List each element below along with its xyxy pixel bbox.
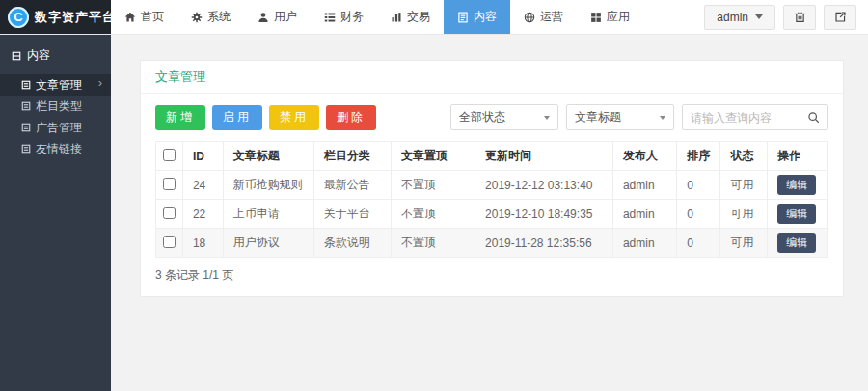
logout-icon xyxy=(834,11,847,23)
cell-sort: 0 xyxy=(677,171,720,200)
col-header-actions: 操作 xyxy=(768,142,828,171)
nav-item-label: 财务 xyxy=(340,9,364,25)
trash-button[interactable] xyxy=(783,5,816,30)
cell-updated: 2019-11-28 12:35:56 xyxy=(475,229,613,258)
status-select[interactable]: 全部状态 xyxy=(450,104,558,130)
cell-top: 不置顶 xyxy=(391,200,475,229)
sidebar-item-label: 友情链接 xyxy=(36,141,82,157)
delete-button[interactable]: 删除 xyxy=(326,105,376,130)
cell-title: 新币抢购规则 xyxy=(223,171,313,200)
nav-item-label: 交易 xyxy=(407,9,430,25)
cell-category: 条款说明 xyxy=(313,229,391,258)
col-header-id: ID xyxy=(182,142,223,171)
table-row: 24 新币抢购规则 最新公告 不置顶 2019-12-12 03:13:40 a… xyxy=(156,171,828,200)
nav-item-label: 应用 xyxy=(607,9,630,25)
status-select-value: 全部状态 xyxy=(459,109,505,126)
sidebar-item-categories[interactable]: 栏目类型 xyxy=(0,96,111,117)
cell-publisher: admin xyxy=(612,200,676,229)
nav-item-label: 首页 xyxy=(141,9,164,25)
sidebar-item-label: 广告管理 xyxy=(36,120,82,136)
user-dropdown-label: admin xyxy=(717,11,748,24)
cell-title: 上币申请 xyxy=(223,200,313,229)
cell-status: 可用 xyxy=(720,200,768,229)
article-icon xyxy=(21,80,31,90)
nav-item-users[interactable]: 用户 xyxy=(244,0,311,34)
row-checkbox[interactable] xyxy=(163,236,176,248)
nav-item-apps[interactable]: 应用 xyxy=(577,0,643,34)
edit-button[interactable]: 编辑 xyxy=(777,175,816,195)
col-header-sort: 排序 xyxy=(677,142,720,171)
cell-category: 最新公告 xyxy=(313,171,391,200)
sidebar: 内容 文章管理 › 栏目类型 广告管理 友情链接 xyxy=(0,35,111,391)
cell-sort: 0 xyxy=(677,200,720,229)
row-checkbox[interactable] xyxy=(163,207,176,219)
cell-top: 不置顶 xyxy=(391,229,475,258)
user-dropdown[interactable]: admin xyxy=(704,5,775,30)
record-summary: 3 条记录 1/1 页 xyxy=(141,258,843,296)
sidebar-item-links[interactable]: 友情链接 xyxy=(0,138,111,159)
category-icon xyxy=(21,101,31,111)
col-header-updated: 更新时间 xyxy=(475,142,613,171)
article-table-wrapper: ID 文章标题 栏目分类 文章置顶 更新时间 发布人 排序 状态 操作 xyxy=(155,141,828,258)
user-icon xyxy=(258,12,269,23)
sidebar-item-ads[interactable]: 广告管理 xyxy=(0,117,111,138)
caret-down-icon xyxy=(544,116,550,120)
search-input[interactable] xyxy=(691,111,799,125)
content-section-icon xyxy=(12,51,21,61)
select-all-checkbox[interactable] xyxy=(163,149,176,161)
search-icon[interactable] xyxy=(807,111,820,124)
caret-down-icon xyxy=(660,116,665,120)
disable-button[interactable]: 禁用 xyxy=(269,105,319,130)
search-box xyxy=(682,104,828,130)
search-field-select-value: 文章标题 xyxy=(575,109,621,126)
sidebar-item-label: 栏目类型 xyxy=(36,98,82,115)
topbar-actions: admin xyxy=(704,0,868,34)
chevron-right-icon: › xyxy=(98,75,102,90)
logout-button[interactable] xyxy=(824,5,856,30)
cell-top: 不置顶 xyxy=(391,171,475,200)
grid-icon xyxy=(590,12,602,23)
table-row: 22 上币申请 关于平台 不置顶 2019-12-10 18:49:35 adm… xyxy=(156,200,828,229)
edit-button[interactable]: 编辑 xyxy=(777,204,816,224)
nav-item-content[interactable]: 内容 xyxy=(444,0,510,34)
sidebar-item-articles[interactable]: 文章管理 › xyxy=(0,74,111,96)
trash-icon xyxy=(794,11,806,23)
col-header-status: 状态 xyxy=(720,142,768,171)
page-title: 文章管理 xyxy=(141,61,843,94)
list-icon xyxy=(324,12,336,23)
brand-title: 数字资产平台 xyxy=(35,9,116,26)
sidebar-section-content[interactable]: 内容 xyxy=(0,35,111,74)
top-navbar: C 数字资产平台 首页 系统 用户 财务 xyxy=(0,0,868,35)
chart-icon xyxy=(391,12,402,23)
toolbar: 新增 启用 禁用 删除 全部状态 文章标题 xyxy=(141,94,843,141)
cell-updated: 2019-12-10 18:49:35 xyxy=(475,200,613,229)
cell-title: 用户协议 xyxy=(223,229,313,258)
file-icon xyxy=(457,12,469,23)
cell-updated: 2019-12-12 03:13:40 xyxy=(475,171,613,200)
nav-item-label: 系统 xyxy=(207,9,231,25)
row-checkbox[interactable] xyxy=(163,178,176,190)
nav-item-label: 运营 xyxy=(540,9,563,25)
ad-icon xyxy=(21,123,31,132)
nav-item-system[interactable]: 系统 xyxy=(177,0,244,34)
nav-item-finance[interactable]: 财务 xyxy=(311,0,377,34)
cell-status: 可用 xyxy=(720,171,768,200)
link-icon xyxy=(21,144,31,154)
action-buttons: 新增 启用 禁用 删除 xyxy=(155,105,376,130)
sidebar-section-label: 内容 xyxy=(27,47,50,64)
nav-item-trade[interactable]: 交易 xyxy=(377,0,444,34)
nav-item-operation[interactable]: 运营 xyxy=(510,0,577,34)
search-field-select[interactable]: 文章标题 xyxy=(566,104,674,130)
add-button[interactable]: 新增 xyxy=(155,105,205,130)
cell-publisher: admin xyxy=(612,229,676,258)
col-header-category: 栏目分类 xyxy=(313,142,391,171)
main-nav: 首页 系统 用户 财务 交易 xyxy=(111,0,643,34)
filter-bar: 全部状态 文章标题 xyxy=(450,104,828,130)
gear-icon xyxy=(191,12,203,23)
nav-item-home[interactable]: 首页 xyxy=(111,0,177,34)
article-management-card: 文章管理 新增 启用 禁用 删除 全部状态 文章标题 xyxy=(140,60,844,297)
edit-button[interactable]: 编辑 xyxy=(777,233,816,253)
app-window: C 数字资产平台 首页 系统 用户 财务 xyxy=(0,0,868,391)
enable-button[interactable]: 启用 xyxy=(212,105,262,130)
brand-logo: C 数字资产平台 xyxy=(0,0,111,34)
